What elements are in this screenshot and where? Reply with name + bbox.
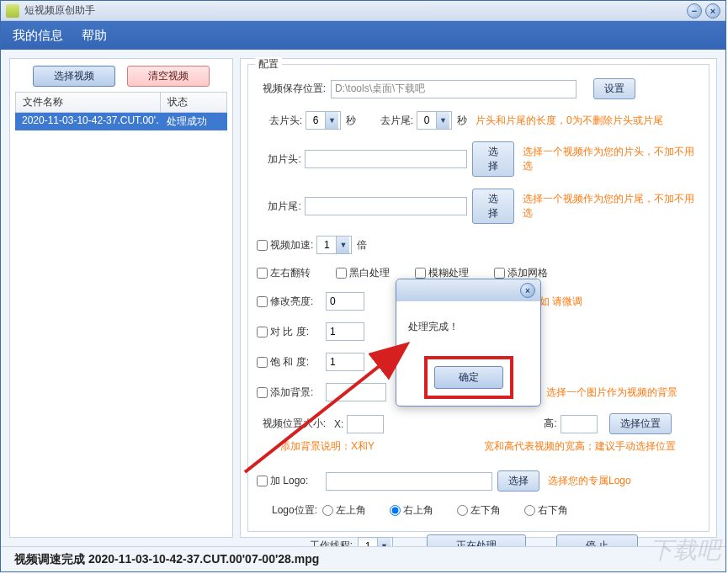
choose-logo-button[interactable]: 选择 <box>497 470 539 492</box>
logo-checkbox[interactable]: 加 Logo: <box>257 474 322 488</box>
clear-video-button[interactable]: 清空视频 <box>127 66 210 87</box>
contrast-checkbox[interactable]: 对 比 度: <box>257 325 322 339</box>
sec2: 秒 <box>457 114 467 128</box>
table-header: 文件名称 状态 <box>15 92 227 113</box>
status-text: 视频调速完成 2020-11-03-10-42-37.CUT.00'07-00'… <box>14 552 319 567</box>
dialog: × 处理完成！ 确定 <box>396 279 541 407</box>
cut-tail-select[interactable]: ▼ <box>417 111 452 130</box>
pos-hint: 添加背景说明：X和Y 宽和高代表视频的宽高；建议手动选择位置 <box>280 439 676 454</box>
dialog-message: 处理完成！ <box>408 320 529 334</box>
radio-top-right[interactable]: 右上角 <box>390 503 433 518</box>
config-legend: 配置 <box>255 57 282 72</box>
x-input[interactable] <box>347 415 384 433</box>
add-head-hint: 选择一个视频作为您的片头，不加不用选 <box>523 145 700 173</box>
bg-checkbox[interactable]: 添加背景: <box>257 385 322 400</box>
speed-unit: 倍 <box>357 238 367 252</box>
app-icon <box>6 4 19 18</box>
brightness-checkbox[interactable]: 修改亮度: <box>257 295 322 309</box>
add-tail-label: 加片尾: <box>257 199 305 214</box>
left-panel: 选择视频 清空视频 文件名称 状态 2020-11-03-10-42-37.CU… <box>9 58 233 538</box>
menu-help[interactable]: 帮助 <box>82 28 107 44</box>
chevron-down-icon[interactable]: ▼ <box>325 112 338 129</box>
x-label: X: <box>334 418 343 430</box>
cell-filename: 2020-11-03-10-42-37.CUT.00'… <box>15 113 160 130</box>
saturation-input[interactable] <box>326 353 364 371</box>
close-button[interactable]: × <box>705 3 720 19</box>
speed-select[interactable]: ▼ <box>316 236 352 254</box>
col-filename: 文件名称 <box>16 93 161 112</box>
radio-top-left[interactable]: 左上角 <box>322 503 366 518</box>
table-body: 2020-11-03-10-42-37.CUT.00'… 处理成功 <box>15 113 227 537</box>
add-tail-input[interactable] <box>305 197 468 215</box>
h-label: 高: <box>544 417 556 431</box>
titlebar: 短视频原创助手 − × <box>1 1 725 21</box>
logo-input[interactable] <box>326 472 492 491</box>
radio-bottom-left[interactable]: 左下角 <box>457 503 501 518</box>
save-path-label: 视频保存位置: <box>257 82 331 96</box>
save-path-input[interactable] <box>331 80 577 98</box>
choose-head-button[interactable]: 选择 <box>472 141 513 177</box>
set-path-button[interactable]: 设置 <box>593 78 635 99</box>
logo-pos-label: Logo位置: <box>257 503 322 518</box>
chevron-down-icon[interactable]: ▼ <box>336 237 349 253</box>
sec1: 秒 <box>346 114 356 128</box>
app-title: 短视频原创助手 <box>24 3 687 18</box>
minimize-button[interactable]: − <box>687 3 702 19</box>
add-head-input[interactable] <box>305 150 468 168</box>
cut-head-label: 去片头: <box>257 114 306 128</box>
brightness-input[interactable] <box>326 292 364 311</box>
saturation-checkbox[interactable]: 饱 和 度: <box>257 355 322 369</box>
contrast-input[interactable] <box>326 322 364 341</box>
choose-tail-button[interactable]: 选择 <box>472 189 513 224</box>
dialog-close-button[interactable]: × <box>520 283 535 298</box>
menubar: 我的信息 帮助 <box>1 21 725 50</box>
add-head-label: 加片头: <box>257 152 305 167</box>
flip-checkbox[interactable]: 左右翻转 <box>257 266 311 280</box>
choose-pos-button[interactable]: 选择位置 <box>609 413 672 434</box>
col-status: 状态 <box>161 93 226 112</box>
ok-highlight: 确定 <box>424 356 513 399</box>
cut-tail-label: 去片尾: <box>368 114 417 128</box>
bw-checkbox[interactable]: 黑白处理 <box>336 266 390 280</box>
table-row[interactable]: 2020-11-03-10-42-37.CUT.00'… 处理成功 <box>15 113 227 130</box>
cut-head-select[interactable]: ▼ <box>306 111 341 130</box>
speed-checkbox[interactable]: 视频加速: <box>257 238 313 252</box>
cell-status: 处理成功 <box>160 113 227 130</box>
bg-hint: 选择一个图片作为视频的背景 <box>546 385 678 400</box>
add-tail-hint: 选择一个视频作为您的片尾，不加不用选 <box>523 192 700 221</box>
statusbar: 视频调速完成 2020-11-03-10-42-37.CUT.00'07-00'… <box>1 546 725 571</box>
select-video-button[interactable]: 选择视频 <box>33 66 115 87</box>
radio-bottom-right[interactable]: 右下角 <box>524 503 568 518</box>
video-pos-label: 视频位置大小: <box>257 417 331 431</box>
bg-input[interactable] <box>326 383 386 401</box>
chevron-down-icon[interactable]: ▼ <box>436 112 449 129</box>
logo-hint: 选择您的专属Logo <box>548 474 631 488</box>
h-input[interactable] <box>561 415 598 433</box>
dialog-ok-button[interactable]: 确定 <box>434 366 503 389</box>
cut-hint: 片头和片尾的长度，0为不删除片头或片尾 <box>476 114 663 128</box>
menu-my-info[interactable]: 我的信息 <box>13 28 63 44</box>
